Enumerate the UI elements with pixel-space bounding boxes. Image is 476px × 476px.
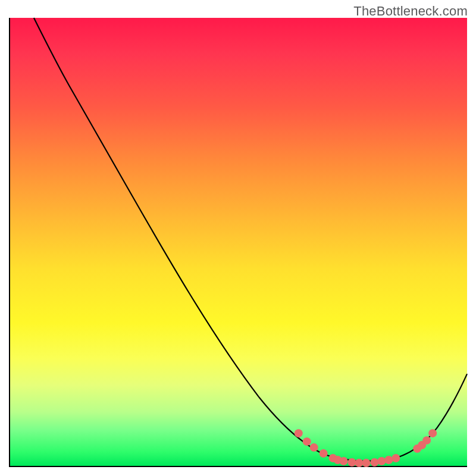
chart-container: TheBottleneck.com <box>0 0 476 476</box>
data-dot <box>384 456 393 464</box>
chart-svg <box>10 18 467 466</box>
data-dot <box>370 458 378 466</box>
data-dot <box>355 459 363 467</box>
data-dot <box>392 454 400 462</box>
data-dot <box>310 443 318 452</box>
data-dot <box>422 436 431 444</box>
data-dot <box>348 458 356 466</box>
plot-area <box>9 18 467 467</box>
data-dot <box>320 449 328 458</box>
data-dot <box>340 457 348 465</box>
data-dot <box>377 457 386 465</box>
watermark-text: TheBottleneck.com <box>353 4 468 19</box>
curve-path <box>34 18 467 461</box>
data-dots-group <box>295 429 437 467</box>
data-dot <box>303 437 311 446</box>
data-dot <box>295 429 303 437</box>
data-dot <box>362 459 370 467</box>
data-dot <box>428 429 437 437</box>
